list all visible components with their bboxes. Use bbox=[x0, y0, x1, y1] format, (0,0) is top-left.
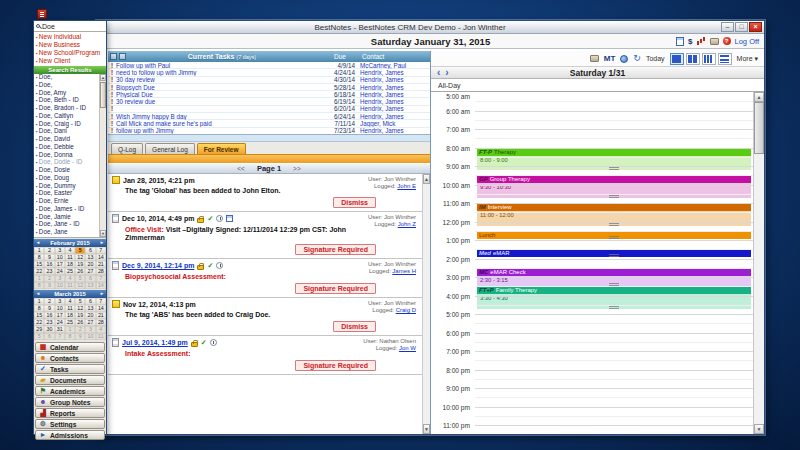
calendar-day-cell[interactable]: 3 bbox=[55, 275, 65, 282]
calendar-day-cell[interactable]: 15 bbox=[34, 261, 44, 268]
contact-list-item[interactable]: Doe, Doug bbox=[34, 175, 99, 183]
calendar-day-cell[interactable]: 24 bbox=[55, 268, 65, 275]
calendar-day-cell[interactable]: 6 bbox=[85, 275, 95, 282]
restore-icon[interactable] bbox=[119, 53, 126, 60]
calendar-day-cell[interactable]: 8 bbox=[34, 254, 44, 261]
bestnotes-app-icon[interactable] bbox=[37, 9, 47, 19]
calendar-day-cell[interactable]: 10 bbox=[55, 282, 65, 289]
task-description[interactable]: Follow up with Paul bbox=[116, 62, 320, 69]
calendar-day-cell[interactable]: 18 bbox=[65, 261, 75, 268]
event-resize-handle[interactable] bbox=[609, 254, 619, 257]
calendar-day-cell[interactable]: 17 bbox=[55, 261, 65, 268]
sidebar-item-group-notes[interactable]: ☻Group Notes bbox=[35, 397, 105, 407]
calendar-day-cell[interactable]: 14 bbox=[96, 282, 106, 289]
contact-list-item[interactable]: Doe, Dummy bbox=[34, 183, 99, 191]
billing-icon[interactable]: $ bbox=[688, 37, 692, 46]
calendar-day-cell[interactable]: 29 bbox=[34, 326, 44, 333]
calendar-day-cell[interactable]: 6 bbox=[85, 247, 95, 254]
calendar-day-cell[interactable]: 26 bbox=[75, 268, 85, 275]
task-contact-link[interactable]: Hendrix, James bbox=[360, 91, 422, 98]
logged-contact-link[interactable]: John E bbox=[397, 183, 416, 189]
minimize-button[interactable]: – bbox=[721, 22, 734, 32]
calendar-day-cell[interactable]: 13 bbox=[85, 305, 95, 312]
sidebar-item-documents[interactable]: ▰Documents bbox=[35, 375, 105, 385]
new-record-link[interactable]: New School/Program bbox=[34, 49, 106, 57]
tab-general-log[interactable]: General Log bbox=[145, 143, 195, 154]
dismiss-button[interactable]: Dismiss bbox=[333, 321, 376, 332]
new-record-link[interactable]: New Individual bbox=[34, 33, 106, 41]
calendar-day-cell[interactable]: 12 bbox=[75, 282, 85, 289]
task-contact-link[interactable]: Jagger, Mick bbox=[360, 120, 422, 127]
contact-list-item[interactable]: Doe, bbox=[34, 74, 99, 82]
task-contact-link[interactable]: Hendrix, James bbox=[360, 69, 422, 76]
calendar-day-cell[interactable]: 1 bbox=[34, 275, 44, 282]
calendar-day-cell[interactable]: 6 bbox=[44, 333, 54, 340]
calendar-day-cell[interactable]: 2 bbox=[44, 247, 54, 254]
calendar-scrollbar[interactable]: ▲ ▼ bbox=[753, 92, 764, 434]
calendar-event[interactable]: MedeMAR bbox=[477, 249, 751, 257]
event-resize-handle[interactable] bbox=[609, 195, 619, 198]
calendar-day-cell[interactable]: 27 bbox=[85, 319, 95, 326]
sidebar-item-admissions[interactable]: ►Admissions bbox=[35, 430, 105, 440]
calendar-day-cell[interactable]: 22 bbox=[34, 319, 44, 326]
prev-month-icon[interactable]: ◄ bbox=[34, 290, 42, 298]
calendar-event[interactable]: Lunch bbox=[477, 231, 751, 239]
event-resize-handle[interactable] bbox=[609, 167, 619, 170]
calendar-day-cell[interactable]: 21 bbox=[96, 312, 106, 319]
scroll-down-icon[interactable]: ▼ bbox=[423, 424, 430, 434]
dismiss-button[interactable]: Dismiss bbox=[333, 197, 376, 208]
calendar-day-cell[interactable]: 26 bbox=[75, 319, 85, 326]
print-icon[interactable] bbox=[710, 38, 719, 45]
calendar-day-cell[interactable]: 14 bbox=[96, 305, 106, 312]
signature-required-button[interactable]: Signature Required bbox=[295, 283, 376, 294]
contact-list-scrollbar[interactable]: ▲ ▼ bbox=[99, 74, 106, 237]
prev-day-icon[interactable]: ‹ bbox=[437, 68, 440, 78]
task-description[interactable]: 30 day review bbox=[116, 76, 320, 83]
document-icon[interactable] bbox=[676, 37, 684, 46]
calendar-day-cell[interactable]: 11 bbox=[65, 305, 75, 312]
task-contact-link[interactable]: Hendrix, James bbox=[360, 84, 422, 91]
logged-contact-link[interactable]: Craig D bbox=[396, 307, 416, 313]
tab-q-log[interactable]: Q-Log bbox=[111, 143, 143, 154]
next-page-button[interactable]: >> bbox=[293, 165, 301, 172]
task-description[interactable]: need to follow up with Jimmy bbox=[116, 69, 320, 76]
calendar-day-cell[interactable]: 7 bbox=[96, 247, 106, 254]
calendar-day-cell[interactable]: 28 bbox=[96, 268, 106, 275]
calendar-day-cell[interactable]: 1 bbox=[34, 247, 44, 254]
lock-icon[interactable] bbox=[110, 53, 117, 60]
calendar-day-cell[interactable]: 2 bbox=[44, 275, 54, 282]
month-view-icon[interactable] bbox=[718, 53, 732, 65]
contact-list-item[interactable]: Doe, Beth - ID bbox=[34, 97, 99, 105]
task-contact-link[interactable]: Hendrix, James bbox=[360, 113, 422, 120]
contact-list-item[interactable]: Doe, Dodie - ID bbox=[34, 159, 99, 167]
calendar-day-cell[interactable]: 3 bbox=[85, 326, 95, 333]
contact-list-item[interactable]: Doe, Bradon - ID bbox=[34, 105, 99, 113]
week-view-icon[interactable] bbox=[686, 53, 700, 65]
task-description[interactable]: Physical Due bbox=[116, 91, 320, 98]
table-row[interactable]: !follow up with Jimmy7/23/14Hendrix, Jam… bbox=[108, 128, 430, 134]
calendar-day-cell[interactable]: 14 bbox=[96, 254, 106, 261]
all-day-row[interactable]: All-Day bbox=[431, 79, 764, 92]
event-resize-handle[interactable] bbox=[609, 223, 619, 226]
task-contact-link[interactable]: Hendrix, James bbox=[360, 76, 422, 83]
contact-column-header[interactable]: Contact bbox=[362, 53, 422, 60]
contact-list-item[interactable]: Doe, Debbie bbox=[34, 144, 99, 152]
event-resize-handle[interactable] bbox=[609, 283, 619, 286]
calendar-day-cell[interactable]: 20 bbox=[85, 261, 95, 268]
calendar-day-cell[interactable]: 6 bbox=[85, 298, 95, 305]
new-record-link[interactable]: New Client bbox=[34, 57, 106, 65]
logged-contact-link[interactable]: Jon W bbox=[399, 345, 416, 351]
prev-month-icon[interactable]: ◄ bbox=[34, 239, 42, 247]
calendar-day-cell[interactable]: 20 bbox=[85, 312, 95, 319]
task-description[interactable]: Biopsych Due bbox=[116, 84, 320, 91]
event-resize-handle[interactable] bbox=[609, 306, 619, 309]
review-entry-date[interactable]: Jul 9, 2014, 1:49 pm bbox=[122, 339, 188, 346]
calendar-day-cell[interactable]: 4 bbox=[65, 275, 75, 282]
scroll-down-icon[interactable]: ▼ bbox=[100, 230, 106, 237]
close-button[interactable]: × bbox=[749, 22, 762, 32]
calendar-day-cell[interactable]: 2 bbox=[75, 326, 85, 333]
log-off-button[interactable]: Log Off bbox=[735, 37, 759, 46]
contact-list-item[interactable]: Doe, Donna bbox=[34, 152, 99, 160]
next-month-icon[interactable]: ► bbox=[98, 239, 106, 247]
more-button[interactable]: More ▾ bbox=[737, 55, 758, 63]
